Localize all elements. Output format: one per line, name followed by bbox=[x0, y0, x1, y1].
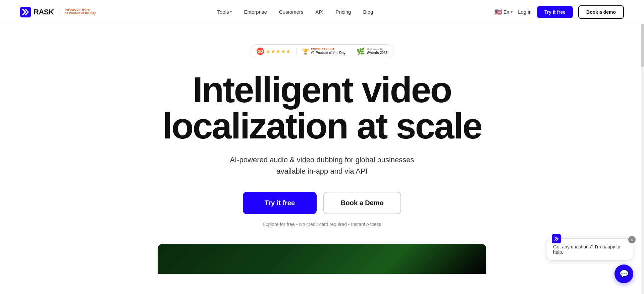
nav-api[interactable]: API bbox=[315, 9, 323, 15]
chat-close-button[interactable]: × bbox=[628, 236, 636, 243]
logo-icon bbox=[20, 7, 31, 17]
video-preview bbox=[158, 244, 486, 274]
chat-open-button[interactable]: 💬 bbox=[614, 264, 633, 283]
g2-stars: ★★★★★ bbox=[266, 49, 291, 54]
product-hunt-badge-hero: 🏆 PRODUCT HUNT #1 Product of the Day bbox=[297, 48, 351, 55]
nav-customers[interactable]: Customers bbox=[279, 9, 304, 15]
chat-rask-icon bbox=[552, 234, 561, 243]
chat-message: Got any questions? I'm happy to help. bbox=[553, 244, 620, 255]
book-demo-nav-button[interactable]: Book a demo bbox=[578, 5, 624, 19]
book-demo-hero-button[interactable]: Book a Demo bbox=[323, 192, 401, 214]
product-hunt-badge: PRODUCT HUNT #1 Product of the Day bbox=[61, 8, 96, 15]
golden-kitty-label: Golden Kitty bbox=[367, 48, 383, 51]
chevron-down-icon: ▾ bbox=[230, 10, 232, 14]
g2-logo-icon: G2 bbox=[257, 48, 264, 55]
chevron-down-icon: ▾ bbox=[511, 10, 513, 14]
try-free-hero-button[interactable]: Try it free bbox=[243, 192, 317, 214]
chat-widget: × Got any questions? I'm happy to help. … bbox=[546, 238, 633, 283]
try-free-nav-button[interactable]: Try it free bbox=[537, 6, 573, 18]
g2-badge: G2 ★★★★★ bbox=[257, 48, 297, 55]
headline-line2: localization at scale bbox=[162, 106, 481, 146]
flag-icon: 🇺🇸 bbox=[494, 8, 502, 16]
lang-label: En bbox=[503, 9, 509, 15]
golden-kitty-sub: Awards 2023 bbox=[367, 51, 387, 55]
producthunt-icon: 🏆 bbox=[302, 48, 309, 55]
logo-wrapper[interactable]: RASK bbox=[20, 7, 54, 17]
hero-subtext: AI-powered audio & video dubbing for glo… bbox=[228, 154, 416, 177]
brand-name: RASK bbox=[34, 8, 54, 16]
navbar-center: Tools ▾ Enterprise Customers API Pricing… bbox=[217, 9, 373, 15]
chat-bubble: × Got any questions? I'm happy to help. bbox=[546, 238, 633, 260]
nav-blog[interactable]: Blog bbox=[363, 9, 373, 15]
navbar: RASK PRODUCT HUNT #1 Product of the Day … bbox=[0, 0, 644, 24]
nav-enterprise[interactable]: Enterprise bbox=[244, 9, 267, 15]
golden-kitty-icon: 🌿 bbox=[357, 47, 365, 55]
chat-bubble-icon: 💬 bbox=[620, 270, 629, 278]
hero-footnote: Explore for free • No credit card requir… bbox=[263, 222, 381, 227]
nav-tools[interactable]: Tools ▾ bbox=[217, 9, 232, 15]
ph-label-nav: PRODUCT HUNT bbox=[65, 8, 91, 11]
cta-buttons: Try it free Book a Demo bbox=[243, 192, 401, 214]
navbar-right: 🇺🇸 En ▾ Log in Try it free Book a demo bbox=[494, 5, 624, 19]
nav-pricing[interactable]: Pricing bbox=[336, 9, 351, 15]
ph-badge-sub: #1 Product of the Day bbox=[311, 51, 345, 55]
login-link[interactable]: Log in bbox=[518, 9, 532, 15]
badges-row: G2 ★★★★★ 🏆 PRODUCT HUNT #1 Product of th… bbox=[250, 44, 394, 58]
language-selector[interactable]: 🇺🇸 En ▾ bbox=[494, 8, 513, 16]
golden-kitty-badge: 🌿 Golden Kitty Awards 2023 bbox=[351, 47, 387, 55]
navbar-left: RASK PRODUCT HUNT #1 Product of the Day bbox=[20, 7, 96, 17]
hero-headline: Intelligent video localization at scale bbox=[162, 72, 481, 144]
scrollbar[interactable] bbox=[641, 0, 644, 294]
ph-badge-label: PRODUCT HUNT bbox=[311, 48, 334, 51]
headline-line1: Intelligent video bbox=[193, 69, 451, 110]
ph-sub-nav: #1 Product of the Day bbox=[65, 11, 96, 15]
